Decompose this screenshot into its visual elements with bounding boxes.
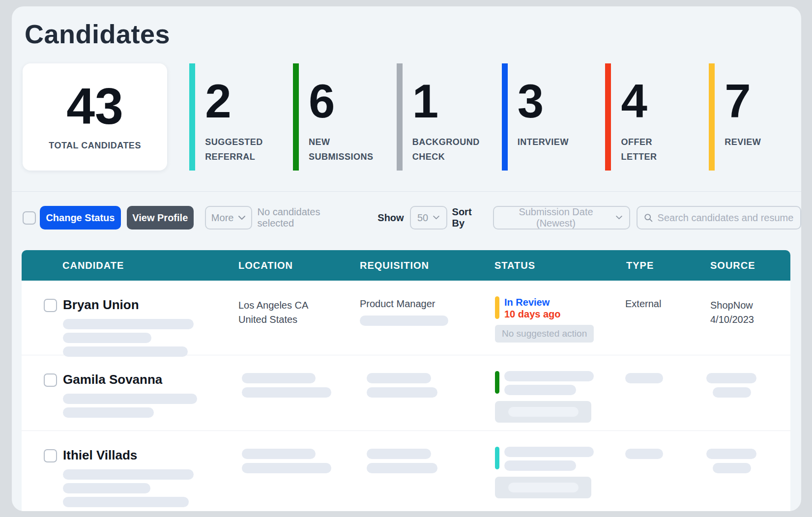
suggested-action-skeleton [495, 477, 591, 498]
candidate-name[interactable]: Bryan Union [63, 297, 194, 312]
skeleton-bar [367, 449, 431, 459]
stat-value: 2 [205, 78, 271, 125]
row-checkbox[interactable] [44, 373, 57, 387]
toolbar: Change Status View Profile More No candi… [12, 206, 801, 230]
header-section: Candidates 43 TOTAL CANDIDATES 2 SUGGEST… [12, 19, 801, 171]
column-header-requisition: REQUISITION [360, 260, 494, 271]
column-header-candidate: CANDIDATE [22, 260, 238, 271]
suggested-action-skeleton [495, 401, 591, 423]
status-color-bar [495, 296, 499, 319]
status-label: In Review [504, 296, 561, 308]
stat-label: OFFER LETTER [621, 135, 687, 164]
skeleton-bar [63, 497, 189, 507]
candidate-source: ShopNow [710, 298, 788, 313]
row-checkbox[interactable] [44, 299, 57, 312]
skeleton-bar [713, 463, 751, 473]
change-status-button[interactable]: Change Status [40, 206, 121, 230]
table-row: Gamila Sovanna [22, 355, 790, 431]
selection-status: No candidates selected [258, 206, 360, 229]
show-count-select[interactable]: 50 [410, 206, 447, 230]
show-label: Show [377, 212, 404, 224]
sort-select-value: Submission Date (Newest) [501, 206, 611, 229]
more-button[interactable]: More [205, 206, 252, 230]
skeleton-bar [504, 371, 594, 381]
candidate-name[interactable]: Ithiel Villads [63, 448, 194, 462]
stat-label: REVIEW [725, 135, 790, 149]
skeleton-bar [504, 447, 594, 457]
main-panel: Candidates 43 TOTAL CANDIDATES 2 SUGGEST… [12, 6, 801, 511]
column-header-location: LOCATION [238, 260, 360, 271]
stat-label: SUGGESTED REFERRAL [205, 135, 271, 164]
stat-offer-letter[interactable]: 4 OFFER LETTER [605, 63, 687, 171]
skeleton-bar [63, 333, 151, 343]
chevron-down-icon [433, 216, 439, 220]
status-color-bar [495, 371, 499, 394]
view-profile-button[interactable]: View Profile [127, 206, 194, 230]
skeleton-bar [625, 373, 663, 383]
status-age: 10 days ago [504, 308, 561, 320]
skeleton-bar [367, 463, 437, 473]
candidate-location-city: Los Angeles CA [238, 298, 360, 313]
stat-suggested-referral[interactable]: 2 SUGGESTED REFERRAL [189, 63, 271, 171]
stat-background-check[interactable]: 1 BACKGROUND CHECK [397, 63, 480, 171]
candidate-source-date: 4/10/2023 [710, 313, 788, 327]
skeleton-bar [63, 469, 194, 480]
stats-row: 43 TOTAL CANDIDATES 2 SUGGESTED REFERRAL… [23, 63, 790, 171]
section-divider [12, 191, 801, 192]
stat-label: TOTAL CANDIDATES [49, 141, 141, 151]
show-count-value: 50 [417, 212, 428, 224]
candidate-location-country: United States [238, 313, 360, 327]
table-row: Bryan Union Los Angeles CA United States… [22, 281, 790, 355]
status-color-bar [495, 447, 499, 469]
page-title: Candidates [25, 19, 790, 49]
skeleton-bar [242, 373, 316, 383]
skeleton-bar [706, 449, 756, 459]
skeleton-bar [706, 373, 756, 383]
skeleton-bar [63, 319, 194, 329]
skeleton-bar [360, 316, 448, 326]
skeleton-bar [713, 387, 751, 398]
stat-label: BACKGROUND CHECK [412, 135, 480, 164]
suggested-action-pill: No suggested action [495, 325, 594, 343]
stat-value: 4 [621, 78, 687, 125]
stat-value: 7 [725, 78, 790, 125]
stat-value: 1 [412, 78, 480, 125]
column-header-type: TYPE [625, 260, 706, 271]
column-header-source: SOURCE [706, 260, 788, 271]
skeleton-bar [367, 373, 431, 383]
skeleton-bar [367, 387, 437, 398]
stat-interview[interactable]: 3 INTERVIEW [502, 63, 583, 171]
sort-select[interactable]: Submission Date (Newest) [493, 206, 631, 230]
more-button-label: More [211, 212, 234, 224]
stat-label: NEW SUBMISSIONS [309, 135, 375, 164]
table-header: CANDIDATE LOCATION REQUISITION STATUS TY… [22, 250, 790, 281]
skeleton-bar [625, 449, 663, 459]
skeleton-bar [63, 407, 154, 418]
skeleton-bar [504, 460, 576, 471]
column-header-status: STATUS [494, 260, 625, 271]
candidate-type: External [625, 298, 706, 310]
select-all-checkbox[interactable] [23, 211, 36, 225]
stat-review[interactable]: 7 REVIEW [709, 63, 790, 171]
search-box[interactable] [637, 206, 801, 230]
chevron-down-icon [238, 216, 245, 220]
row-checkbox[interactable] [44, 449, 57, 462]
search-icon [644, 213, 653, 223]
candidate-name[interactable]: Gamila Sovanna [63, 372, 197, 387]
stat-value: 43 [66, 81, 123, 132]
chevron-down-icon [616, 216, 622, 220]
skeleton-bar [63, 483, 150, 493]
skeleton-bar [242, 449, 316, 459]
candidates-table: CANDIDATE LOCATION REQUISITION STATUS TY… [22, 250, 790, 511]
stat-card-total-candidates[interactable]: 43 TOTAL CANDIDATES [23, 63, 167, 171]
search-input[interactable] [658, 212, 794, 224]
skeleton-bar [504, 385, 576, 395]
candidate-requisition: Product Manager [360, 298, 494, 310]
stat-value: 3 [518, 78, 583, 125]
skeleton-bar [242, 387, 331, 398]
skeleton-bar [63, 394, 197, 404]
stat-label: INTERVIEW [518, 135, 583, 149]
stat-new-submissions[interactable]: 6 NEW SUBMISSIONS [293, 63, 375, 171]
sort-by-label: Sort By [452, 206, 487, 229]
stat-value: 6 [309, 78, 375, 125]
